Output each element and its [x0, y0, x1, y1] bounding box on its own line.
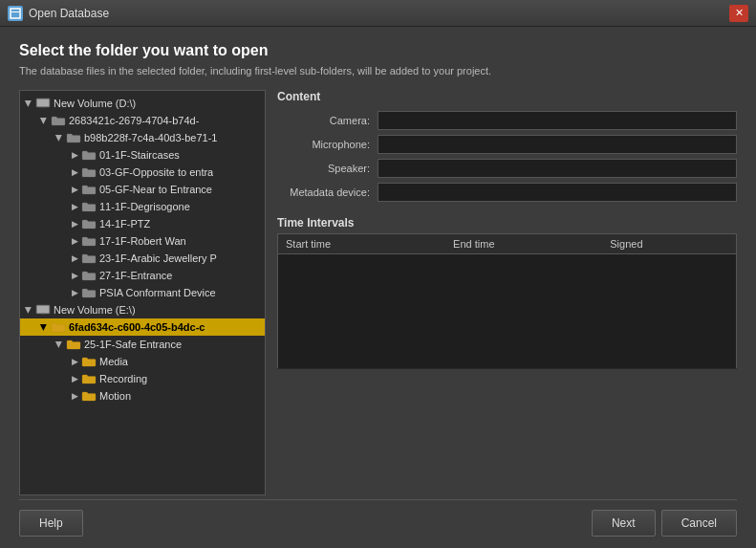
- title-bar: Open Database ✕: [0, 0, 756, 27]
- tree-item-recording[interactable]: ▶ Recording: [20, 370, 265, 387]
- dialog-title: Select the folder you want to open: [19, 42, 737, 59]
- folder-icon: [81, 201, 97, 212]
- expand-arrow: ▶: [68, 150, 81, 160]
- tree-label: 05-GF-Near to Entrance: [99, 184, 212, 195]
- microphone-row: Microphone:: [277, 135, 737, 154]
- tree-item-media[interactable]: ▶ Media: [20, 353, 265, 370]
- folder-tree[interactable]: ▶ New Volume (D:\) ▶ 2683421c-2679-4704-…: [19, 90, 266, 495]
- camera-row: Camera:: [277, 111, 737, 130]
- drive-icon: [35, 97, 51, 110]
- folder-icon: [81, 373, 97, 384]
- expand-arrow: ▶: [39, 114, 49, 127]
- metadata-input[interactable]: [378, 183, 737, 202]
- tree-item-03[interactable]: ▶ 03-GF-Opposite to entra: [20, 164, 265, 181]
- expand-arrow: ▶: [68, 357, 81, 366]
- col-signed: Signed: [602, 234, 736, 254]
- tree-label: Motion: [99, 390, 131, 402]
- folder-icon: [81, 149, 97, 161]
- folder-icon: [51, 321, 66, 333]
- close-button[interactable]: ✕: [729, 5, 748, 22]
- expand-arrow: ▶: [24, 97, 33, 110]
- tree-item-b98b[interactable]: ▶ b98b228f-7c4a-40d3-be71-1: [20, 129, 265, 146]
- help-button[interactable]: Help: [19, 510, 83, 537]
- tree-label: 23-1F-Arabic Jewellery P: [99, 252, 217, 264]
- tree-item-2683[interactable]: ▶ 2683421c-2679-4704-b74d-: [20, 112, 265, 129]
- tree-item-01[interactable]: ▶ 01-1F-Staircases: [20, 146, 265, 164]
- folder-icon: [81, 252, 97, 264]
- tree-item-27[interactable]: ▶ 27-1F-Entrance: [20, 267, 265, 284]
- tree-item-motion[interactable]: ▶ Motion: [20, 387, 265, 405]
- tree-item-drive-e[interactable]: ▶ New Volume (E:\): [20, 301, 265, 318]
- tree-item-drive-d[interactable]: ▶ New Volume (D:\): [20, 95, 265, 112]
- expand-arrow: ▶: [39, 320, 49, 334]
- expand-arrow: ▶: [68, 253, 81, 263]
- tree-label: 03-GF-Opposite to entra: [99, 166, 213, 178]
- tree-label: New Volume (E:\): [54, 304, 136, 316]
- folder-icon: [81, 356, 97, 367]
- svg-rect-1: [11, 11, 19, 12]
- time-intervals-section: Time Intervals Start time End time Signe…: [277, 216, 737, 495]
- title-bar-text: Open Database: [29, 7, 729, 20]
- tree-label: 6fad634c-c600-4c05-b4dc-c: [69, 321, 205, 333]
- folder-icon: [81, 235, 97, 247]
- folder-icon: [51, 115, 66, 126]
- expand-arrow: ▶: [68, 374, 81, 384]
- expand-arrow: ▶: [68, 167, 81, 177]
- folder-icon: [81, 270, 97, 281]
- content-section-title: Content: [277, 90, 737, 103]
- tree-label: 14-1F-PTZ: [99, 218, 150, 230]
- app-icon: [8, 6, 23, 21]
- microphone-label: Microphone:: [277, 139, 378, 150]
- tree-item-6fad[interactable]: ▶ 6fad634c-c600-4c05-b4dc-c: [20, 318, 265, 336]
- col-end-time: End time: [445, 234, 602, 254]
- tree-label: New Volume (D:\): [54, 98, 136, 109]
- tree-item-05[interactable]: ▶ 05-GF-Near to Entrance: [20, 181, 265, 198]
- tree-item-psia[interactable]: ▶ PSIA Conformant Device: [20, 284, 265, 301]
- time-intervals-body: [278, 254, 737, 369]
- tree-label: 2683421c-2679-4704-b74d-: [69, 115, 199, 126]
- speaker-row: Speaker:: [277, 159, 737, 178]
- content-section: Content Camera: Microphone: Speaker: Met…: [277, 90, 737, 207]
- right-panel: Content Camera: Microphone: Speaker: Met…: [277, 90, 737, 495]
- tree-label: 11-1F-Degrisogone: [99, 201, 190, 212]
- tree-label: b98b228f-7c4a-40d3-be71-1: [84, 132, 217, 143]
- tree-label: 25-1F-Safe Entrance: [84, 339, 182, 350]
- time-intervals-title: Time Intervals: [277, 216, 737, 230]
- tree-label: Recording: [99, 373, 147, 384]
- folder-icon: [81, 184, 97, 195]
- svg-rect-0: [11, 9, 20, 18]
- folder-icon: [66, 339, 81, 350]
- metadata-label: Metadata device:: [277, 186, 378, 198]
- metadata-row: Metadata device:: [277, 183, 737, 202]
- dialog-body: Select the folder you want to open The d…: [0, 27, 756, 548]
- expand-arrow: ▶: [54, 338, 64, 351]
- button-group: Next Cancel: [592, 510, 737, 537]
- bottom-bar: Help Next Cancel: [19, 499, 737, 537]
- tree-item-25[interactable]: ▶ 25-1F-Safe Entrance: [20, 336, 265, 353]
- camera-input[interactable]: [378, 111, 737, 130]
- cancel-button[interactable]: Cancel: [661, 510, 737, 537]
- expand-arrow: ▶: [54, 131, 64, 144]
- tree-item-17[interactable]: ▶ 17-1F-Robert Wan: [20, 232, 265, 250]
- folder-icon: [81, 287, 97, 298]
- svg-point-4: [42, 106, 44, 108]
- tree-label: PSIA Conformant Device: [99, 287, 216, 298]
- tree-label: Media: [99, 356, 128, 367]
- tree-label: 17-1F-Robert Wan: [99, 235, 186, 247]
- expand-arrow: ▶: [68, 185, 81, 194]
- folder-icon: [81, 166, 97, 178]
- svg-rect-6: [37, 306, 49, 313]
- dialog-subtitle: The database files in the selected folde…: [19, 65, 737, 77]
- svg-point-7: [42, 313, 44, 315]
- tree-item-14[interactable]: ▶ 14-1F-PTZ: [20, 215, 265, 232]
- camera-label: Camera:: [277, 115, 378, 126]
- expand-arrow: ▶: [68, 219, 81, 229]
- speaker-input[interactable]: [378, 159, 737, 178]
- col-start-time: Start time: [278, 234, 446, 254]
- tree-item-11[interactable]: ▶ 11-1F-Degrisogone: [20, 198, 265, 215]
- drive-icon: [35, 303, 51, 317]
- microphone-input[interactable]: [378, 135, 737, 154]
- next-button[interactable]: Next: [592, 510, 656, 537]
- tree-item-23[interactable]: ▶ 23-1F-Arabic Jewellery P: [20, 250, 265, 267]
- expand-arrow: ▶: [68, 391, 81, 401]
